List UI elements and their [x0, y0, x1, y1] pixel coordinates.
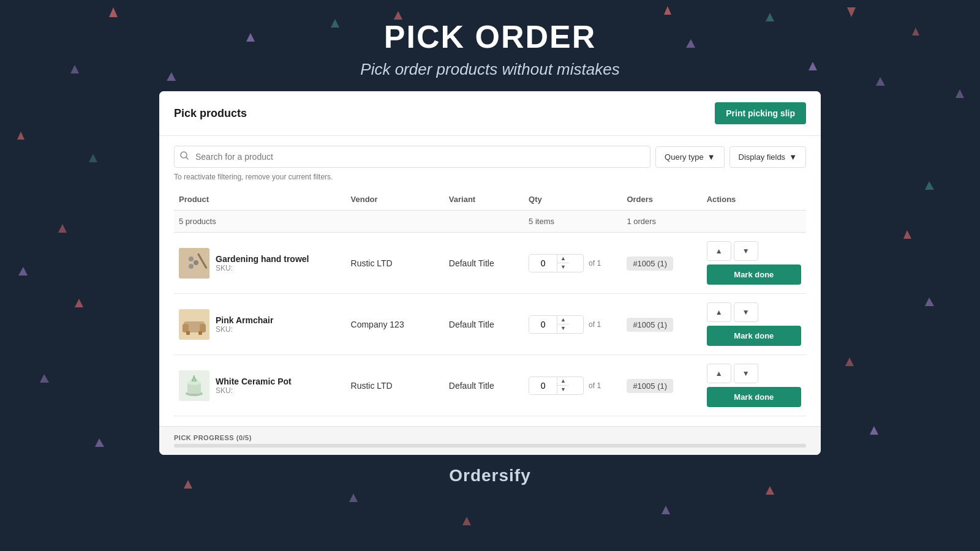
progress-bar-track [174, 444, 806, 448]
summary-vendor [346, 211, 444, 233]
orders-cell: #1005 (1) [622, 355, 701, 416]
products-table: Product Vendor Variant Qty Orders Action… [174, 189, 806, 416]
product-thumbnail [179, 370, 209, 401]
page-header: PICK ORDER Pick order products without m… [0, 0, 980, 91]
variant-cell: Default Title [444, 355, 524, 416]
order-badge[interactable]: #1005 (1) [627, 257, 673, 271]
arrow-up-button[interactable]: ▲ [707, 302, 731, 322]
svg-marker-23 [925, 298, 934, 306]
qty-control: ▲ ▼ [529, 377, 584, 395]
search-icon [180, 151, 189, 162]
qty-cell: ▲ ▼ of 1 [524, 355, 622, 416]
product-info: Gardening hand trowel SKU: [179, 248, 341, 279]
arrow-down-button[interactable]: ▼ [734, 364, 758, 383]
product-info: White Ceramic Pot SKU: [179, 370, 341, 401]
query-type-button[interactable]: Query type ▼ [655, 146, 724, 168]
vendor-cell: Company 123 [346, 294, 444, 355]
variant-cell: Default Title [444, 233, 524, 294]
svg-rect-43 [198, 331, 202, 335]
actions-wrapper: ▲ ▼ Mark done [707, 241, 801, 285]
svg-marker-12 [766, 486, 774, 495]
svg-line-32 [186, 157, 188, 159]
print-picking-slip-button[interactable]: Print picking slip [715, 102, 806, 124]
variant-cell: Default Title [444, 294, 524, 355]
actions-cell: ▲ ▼ Mark done [702, 233, 806, 294]
arrow-down-button[interactable]: ▼ [734, 302, 758, 322]
svg-marker-9 [845, 358, 854, 366]
qty-spin-down[interactable]: ▼ [557, 386, 569, 394]
search-input[interactable] [174, 146, 650, 168]
order-badge[interactable]: #1005 (1) [627, 318, 673, 332]
mark-done-button[interactable]: Mark done [707, 326, 801, 346]
svg-point-36 [189, 264, 194, 269]
col-header-orders: Orders [622, 189, 701, 211]
actions-cell: ▲ ▼ Mark done [702, 355, 806, 416]
actions-wrapper: ▲ ▼ Mark done [707, 302, 801, 346]
qty-spin-down[interactable]: ▼ [557, 263, 569, 271]
svg-marker-25 [349, 493, 358, 502]
query-type-label: Query type [665, 152, 704, 162]
card-body: Query type ▼ Display fields ▼ To reactiv… [159, 136, 821, 426]
svg-marker-8 [903, 230, 911, 239]
qty-spin-up[interactable]: ▲ [557, 316, 569, 324]
pick-progress-label: PICK PROGRESS (0/5) [174, 434, 806, 441]
qty-input[interactable] [529, 377, 557, 394]
mark-done-button[interactable]: Mark done [707, 387, 801, 407]
arrow-down-button[interactable]: ▼ [734, 241, 758, 261]
query-type-chevron-icon: ▼ [707, 152, 715, 162]
svg-marker-11 [462, 517, 471, 525]
svg-point-35 [194, 260, 198, 265]
actions-wrapper: ▲ ▼ Mark done [707, 364, 801, 407]
card-header: Pick products Print picking slip [159, 91, 821, 136]
svg-rect-40 [183, 324, 189, 332]
summary-product-count: 5 products [174, 211, 346, 233]
svg-marker-19 [18, 267, 28, 276]
arrow-buttons: ▲ ▼ [707, 241, 801, 261]
svg-rect-41 [200, 324, 206, 332]
qty-of: of 1 [589, 320, 601, 329]
order-badge[interactable]: #1005 (1) [627, 379, 673, 393]
filter-hint: To reactivate filtering, remove your cur… [174, 173, 806, 181]
svg-marker-6 [58, 224, 67, 233]
qty-spin-down[interactable]: ▼ [557, 324, 569, 332]
qty-spinners: ▲ ▼ [557, 316, 569, 332]
mark-done-button[interactable]: Mark done [707, 264, 801, 285]
summary-actions [702, 211, 806, 233]
qty-spinners: ▲ ▼ [557, 255, 569, 271]
svg-marker-24 [870, 426, 878, 435]
svg-marker-7 [75, 299, 83, 307]
orders-cell: #1005 (1) [622, 233, 701, 294]
search-wrapper [174, 146, 650, 168]
product-thumbnail [179, 248, 209, 279]
product-info-cell: Pink Armchair SKU: [174, 294, 346, 355]
qty-cell: ▲ ▼ of 1 [524, 233, 622, 294]
col-header-product: Product [174, 189, 346, 211]
table-header-row: Product Vendor Variant Qty Orders Action… [174, 189, 806, 211]
display-fields-label: Display fields [739, 152, 786, 162]
brand-footer: Ordersify [0, 466, 980, 485]
product-text: Pink Armchair SKU: [216, 315, 273, 334]
qty-input[interactable] [529, 255, 557, 272]
vendor-cell: Rustic LTD [346, 233, 444, 294]
col-header-variant: Variant [444, 189, 524, 211]
qty-input[interactable] [529, 316, 557, 333]
summary-qty: 5 items [524, 211, 622, 233]
display-fields-button[interactable]: Display fields ▼ [729, 146, 806, 168]
qty-spin-up[interactable]: ▲ [557, 377, 569, 386]
card-footer: PICK PROGRESS (0/5) [159, 426, 821, 455]
page-subtitle: Pick order products without mistakes [0, 60, 980, 79]
summary-orders: 1 orders [622, 211, 701, 233]
qty-spin-up[interactable]: ▲ [557, 255, 569, 263]
col-header-qty: Qty [524, 189, 622, 211]
product-name: Pink Armchair [216, 315, 273, 325]
vendor-cell: Rustic LTD [346, 355, 444, 416]
product-text: White Ceramic Pot SKU: [216, 377, 292, 395]
main-card: Pick products Print picking slip Query t… [159, 91, 821, 455]
summary-row: 5 products 5 items 1 orders [174, 211, 806, 233]
page-title: PICK ORDER [0, 18, 980, 55]
qty-of: of 1 [589, 259, 601, 268]
product-info: Pink Armchair SKU: [179, 309, 341, 340]
col-header-vendor: Vendor [346, 189, 444, 211]
arrow-up-button[interactable]: ▲ [707, 241, 731, 261]
arrow-up-button[interactable]: ▲ [707, 364, 731, 383]
